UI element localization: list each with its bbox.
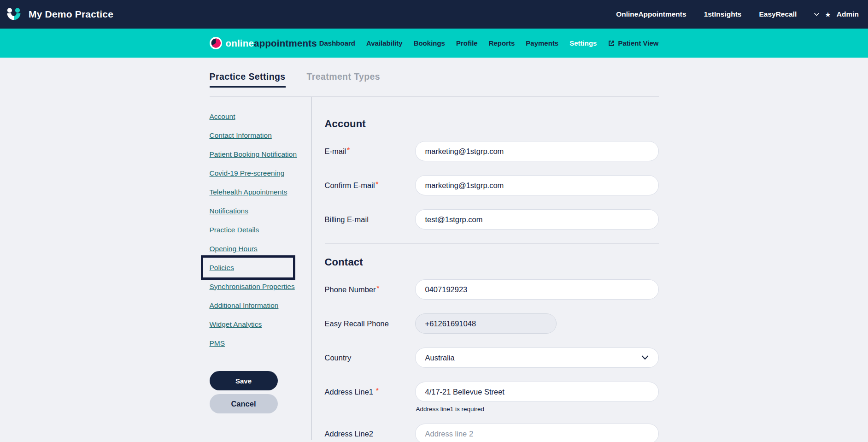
settings-body: Account Contact Information Patient Book… [210, 96, 659, 440]
sidebar-item-additional-information[interactable]: Additional Information [210, 301, 279, 310]
country-select[interactable]: Australia [415, 348, 659, 368]
external-link-icon [608, 40, 615, 47]
email-row: E-mail* [325, 141, 659, 161]
practice-logo-icon [6, 8, 21, 21]
nav-item-payments[interactable]: Payments [526, 39, 558, 47]
topbar: My Demo Practice OnlineAppointments 1stI… [0, 0, 868, 29]
save-button[interactable]: Save [210, 371, 278, 390]
sidebar-item-telehealth-appointments[interactable]: Telehealth Appointments [210, 188, 287, 196]
onlineappointments-wordmark: onlineappointments [226, 38, 317, 49]
sidebar-item-account[interactable]: Account [210, 112, 235, 121]
sidebar-item-covid-19-pre-screening[interactable]: Covid-19 Pre-screening [210, 169, 285, 177]
settings-tabs: Practice Settings Treatment Types [210, 71, 659, 88]
nav-item-availability[interactable]: Availability [366, 39, 403, 47]
admin-label[interactable]: Admin [837, 10, 859, 18]
topbar-link-1stinsights[interactable]: 1stInsights [704, 10, 742, 18]
email-field[interactable] [415, 141, 659, 161]
sidebar-item-contact-information[interactable]: Contact Information [210, 131, 272, 140]
sidebar-item-policies[interactable]: Policies [210, 264, 234, 272]
nav-item-bookings[interactable]: Bookings [414, 39, 445, 47]
sidebar-item-notifications[interactable]: Notifications [210, 207, 248, 215]
app-nav-links: Dashboard Availability Bookings Profile … [319, 39, 659, 47]
sidebar-item-pms[interactable]: PMS [210, 339, 225, 348]
cancel-button[interactable]: Cancel [210, 394, 278, 413]
settings-form: Account E-mail* Confirm E-mail* Billing … [312, 97, 659, 440]
easy-recall-phone-label: Easy Recall Phone [325, 319, 415, 328]
sidebar-item-opening-hours[interactable]: Opening Hours [210, 245, 258, 253]
billing-email-row: Billing E-mail [325, 209, 659, 230]
sidebar-item-practice-details[interactable]: Practice Details [210, 226, 259, 234]
confirm-email-field[interactable] [415, 175, 659, 195]
required-marker: * [347, 146, 350, 153]
star-icon: ★ [825, 11, 831, 18]
topbar-link-easyrecall[interactable]: EasyRecall [759, 10, 797, 18]
app-navbar: onlineappointments Dashboard Availabilit… [0, 29, 868, 58]
easy-recall-phone-field [415, 313, 557, 334]
country-label: Country [325, 354, 415, 362]
billing-email-field[interactable] [415, 209, 659, 230]
nav-item-settings[interactable]: Settings [569, 39, 597, 47]
phone-number-field[interactable] [415, 279, 659, 300]
address-line1-helper-text: Address line1 is required [416, 406, 659, 413]
topbar-link-onlineappointments[interactable]: OnlineAppointments [616, 10, 686, 18]
account-section-title: Account [325, 118, 659, 130]
chevron-down-icon[interactable] [814, 13, 819, 16]
required-marker: * [376, 284, 379, 292]
easy-recall-phone-row: Easy Recall Phone [325, 313, 659, 334]
sidebar-item-widget-analytics[interactable]: Widget Analytics [210, 320, 262, 329]
phone-number-label: Phone Number* [325, 285, 415, 294]
patient-view-link[interactable]: Patient View [608, 39, 658, 47]
required-marker: * [376, 386, 379, 394]
settings-sidebar: Account Contact Information Patient Book… [210, 97, 312, 440]
sidebar-item-patient-booking-notification[interactable]: Patient Booking Notification [210, 150, 297, 159]
sidebar-item-synchronisation-properties[interactable]: Synchronisation Properties [210, 283, 295, 291]
address-line2-field[interactable] [415, 424, 659, 442]
required-marker: * [376, 180, 379, 188]
billing-email-label: Billing E-mail [325, 215, 415, 224]
country-select-wrap: Australia [415, 348, 659, 368]
email-label: E-mail* [325, 147, 415, 156]
contact-section-title: Contact [325, 256, 659, 268]
nav-item-reports[interactable]: Reports [489, 39, 515, 47]
country-row: Country Australia [325, 348, 659, 368]
nav-item-profile[interactable]: Profile [456, 39, 478, 47]
tab-practice-settings[interactable]: Practice Settings [210, 71, 286, 88]
admin-menu[interactable]: ★ Admin [814, 10, 859, 18]
topbar-right: OnlineAppointments 1stInsights EasyRecal… [616, 10, 859, 18]
address-line1-label: Address Line1* [325, 388, 415, 396]
confirm-email-row: Confirm E-mail* [325, 175, 659, 195]
confirm-email-label: Confirm E-mail* [325, 181, 415, 190]
tab-treatment-types[interactable]: Treatment Types [307, 71, 381, 88]
nav-item-dashboard[interactable]: Dashboard [319, 39, 355, 47]
onlineappointments-logo-icon [210, 37, 222, 49]
address-line2-label: Address Line2 [325, 430, 415, 438]
address-line1-row: Address Line1* [325, 382, 659, 402]
address-line1-field[interactable] [415, 382, 659, 402]
address-line2-row: Address Line2 [325, 424, 659, 442]
practice-name: My Demo Practice [29, 9, 113, 20]
phone-number-row: Phone Number* [325, 279, 659, 300]
section-divider [325, 243, 659, 244]
practice-brand: My Demo Practice [6, 8, 113, 21]
chevron-down-icon[interactable] [641, 355, 649, 360]
